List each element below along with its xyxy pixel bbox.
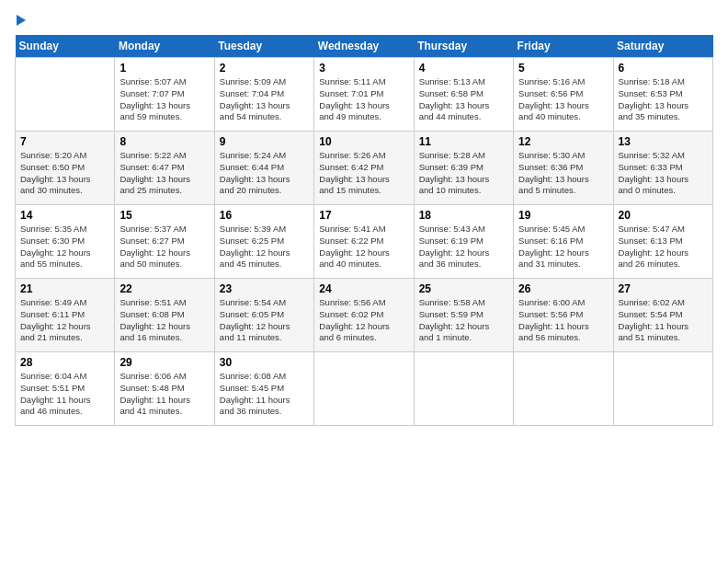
day-info: Sunrise: 5:20 AMSunset: 6:50 PMDaylight:… — [20, 150, 109, 197]
calendar-cell: 25Sunrise: 5:58 AMSunset: 5:59 PMDayligh… — [414, 279, 513, 352]
day-number: 26 — [518, 282, 608, 295]
day-number: 29 — [119, 356, 209, 369]
day-number: 9 — [220, 135, 309, 148]
calendar-week-row: 28Sunrise: 6:04 AMSunset: 5:51 PMDayligh… — [16, 352, 713, 426]
logo — [15, 15, 26, 26]
calendar-cell: 27Sunrise: 6:02 AMSunset: 5:54 PMDayligh… — [613, 279, 712, 352]
calendar-cell: 18Sunrise: 5:43 AMSunset: 6:19 PMDayligh… — [414, 205, 513, 279]
calendar-cell: 10Sunrise: 5:26 AMSunset: 6:42 PMDayligh… — [314, 132, 414, 205]
day-info: Sunrise: 5:13 AMSunset: 6:58 PMDaylight:… — [419, 76, 508, 123]
day-number: 22 — [119, 282, 209, 295]
day-info: Sunrise: 5:58 AMSunset: 5:59 PMDaylight:… — [419, 297, 508, 344]
day-number: 28 — [20, 356, 109, 369]
day-info: Sunrise: 6:06 AMSunset: 5:48 PMDaylight:… — [119, 371, 209, 418]
day-info: Sunrise: 5:16 AMSunset: 6:56 PMDaylight:… — [518, 76, 608, 123]
calendar-cell: 21Sunrise: 5:49 AMSunset: 6:11 PMDayligh… — [16, 279, 115, 352]
logo-arrow-icon — [17, 15, 26, 26]
day-info: Sunrise: 5:37 AMSunset: 6:27 PMDaylight:… — [119, 224, 209, 270]
calendar-cell — [514, 352, 613, 426]
day-number: 6 — [619, 62, 708, 75]
header — [15, 15, 713, 26]
calendar-week-row: 21Sunrise: 5:49 AMSunset: 6:11 PMDayligh… — [16, 279, 713, 352]
day-info: Sunrise: 6:04 AMSunset: 5:51 PMDaylight:… — [20, 371, 109, 418]
day-number: 7 — [20, 135, 109, 148]
calendar-cell: 30Sunrise: 6:08 AMSunset: 5:45 PMDayligh… — [214, 352, 313, 426]
calendar-cell: 7Sunrise: 5:20 AMSunset: 6:50 PMDaylight… — [16, 132, 115, 205]
day-number: 10 — [319, 135, 408, 148]
day-number: 15 — [119, 209, 209, 222]
calendar-cell: 20Sunrise: 5:47 AMSunset: 6:13 PMDayligh… — [613, 205, 712, 279]
day-info: Sunrise: 5:49 AMSunset: 6:11 PMDaylight:… — [20, 297, 109, 344]
day-number: 13 — [619, 135, 708, 148]
calendar-cell: 11Sunrise: 5:28 AMSunset: 6:39 PMDayligh… — [414, 132, 513, 205]
day-number: 18 — [419, 209, 508, 222]
calendar-cell — [314, 352, 414, 426]
calendar-week-row: 1Sunrise: 5:07 AMSunset: 7:07 PMDaylight… — [16, 58, 713, 132]
day-info: Sunrise: 5:35 AMSunset: 6:30 PMDaylight:… — [20, 224, 109, 270]
calendar-cell: 3Sunrise: 5:11 AMSunset: 7:01 PMDaylight… — [314, 58, 414, 132]
calendar-cell: 9Sunrise: 5:24 AMSunset: 6:44 PMDaylight… — [214, 132, 313, 205]
day-number: 16 — [220, 209, 309, 222]
calendar-cell — [414, 352, 513, 426]
day-number: 3 — [319, 62, 408, 75]
day-info: Sunrise: 5:56 AMSunset: 6:02 PMDaylight:… — [319, 297, 408, 344]
day-info: Sunrise: 5:47 AMSunset: 6:13 PMDaylight:… — [619, 224, 708, 270]
day-info: Sunrise: 6:08 AMSunset: 5:45 PMDaylight:… — [220, 371, 309, 418]
day-number: 25 — [419, 282, 508, 295]
weekday-header-tuesday: Tuesday — [214, 35, 313, 58]
calendar-cell: 13Sunrise: 5:32 AMSunset: 6:33 PMDayligh… — [613, 132, 712, 205]
day-number: 14 — [20, 209, 109, 222]
calendar-cell: 6Sunrise: 5:18 AMSunset: 6:53 PMDaylight… — [613, 58, 712, 132]
day-info: Sunrise: 5:43 AMSunset: 6:19 PMDaylight:… — [419, 224, 508, 270]
day-number: 1 — [119, 62, 209, 75]
day-info: Sunrise: 5:45 AMSunset: 6:16 PMDaylight:… — [518, 224, 608, 270]
day-number: 12 — [518, 135, 608, 148]
day-info: Sunrise: 5:11 AMSunset: 7:01 PMDaylight:… — [319, 76, 408, 123]
calendar-cell: 14Sunrise: 5:35 AMSunset: 6:30 PMDayligh… — [16, 205, 115, 279]
weekday-header-friday: Friday — [514, 35, 613, 58]
calendar-cell: 22Sunrise: 5:51 AMSunset: 6:08 PMDayligh… — [115, 279, 214, 352]
logo-text — [15, 15, 26, 26]
day-number: 11 — [419, 135, 508, 148]
weekday-header-wednesday: Wednesday — [314, 35, 414, 58]
calendar-cell: 24Sunrise: 5:56 AMSunset: 6:02 PMDayligh… — [314, 279, 414, 352]
day-info: Sunrise: 5:54 AMSunset: 6:05 PMDaylight:… — [220, 297, 309, 344]
day-info: Sunrise: 5:30 AMSunset: 6:36 PMDaylight:… — [518, 150, 608, 197]
calendar-cell: 4Sunrise: 5:13 AMSunset: 6:58 PMDaylight… — [414, 58, 513, 132]
day-number: 24 — [319, 282, 408, 295]
calendar-cell: 16Sunrise: 5:39 AMSunset: 6:25 PMDayligh… — [214, 205, 313, 279]
day-info: Sunrise: 5:41 AMSunset: 6:22 PMDaylight:… — [319, 224, 408, 270]
day-number: 19 — [518, 209, 608, 222]
day-number: 17 — [319, 209, 408, 222]
day-number: 2 — [220, 62, 309, 75]
day-info: Sunrise: 5:39 AMSunset: 6:25 PMDaylight:… — [220, 224, 309, 270]
calendar-cell: 8Sunrise: 5:22 AMSunset: 6:47 PMDaylight… — [115, 132, 214, 205]
day-info: Sunrise: 5:28 AMSunset: 6:39 PMDaylight:… — [419, 150, 508, 197]
calendar-cell: 1Sunrise: 5:07 AMSunset: 7:07 PMDaylight… — [115, 58, 214, 132]
day-info: Sunrise: 5:24 AMSunset: 6:44 PMDaylight:… — [220, 150, 309, 197]
weekday-header-row: SundayMondayTuesdayWednesdayThursdayFrid… — [16, 35, 713, 58]
day-number: 20 — [619, 209, 708, 222]
calendar-cell: 5Sunrise: 5:16 AMSunset: 6:56 PMDaylight… — [514, 58, 613, 132]
page: SundayMondayTuesdayWednesdayThursdayFrid… — [0, 0, 728, 563]
calendar-cell: 12Sunrise: 5:30 AMSunset: 6:36 PMDayligh… — [514, 132, 613, 205]
calendar-cell: 15Sunrise: 5:37 AMSunset: 6:27 PMDayligh… — [115, 205, 214, 279]
day-info: Sunrise: 5:22 AMSunset: 6:47 PMDaylight:… — [119, 150, 209, 197]
day-info: Sunrise: 5:09 AMSunset: 7:04 PMDaylight:… — [220, 76, 309, 123]
day-info: Sunrise: 5:26 AMSunset: 6:42 PMDaylight:… — [319, 150, 408, 197]
weekday-header-monday: Monday — [115, 35, 214, 58]
calendar-cell: 19Sunrise: 5:45 AMSunset: 6:16 PMDayligh… — [514, 205, 613, 279]
weekday-header-saturday: Saturday — [613, 35, 712, 58]
calendar-cell — [16, 58, 115, 132]
day-number: 27 — [619, 282, 708, 295]
day-info: Sunrise: 5:32 AMSunset: 6:33 PMDaylight:… — [619, 150, 708, 197]
calendar-cell: 2Sunrise: 5:09 AMSunset: 7:04 PMDaylight… — [214, 58, 313, 132]
weekday-header-sunday: Sunday — [16, 35, 115, 58]
calendar-week-row: 7Sunrise: 5:20 AMSunset: 6:50 PMDaylight… — [16, 132, 713, 205]
calendar: SundayMondayTuesdayWednesdayThursdayFrid… — [15, 35, 713, 426]
weekday-header-thursday: Thursday — [414, 35, 513, 58]
calendar-cell: 29Sunrise: 6:06 AMSunset: 5:48 PMDayligh… — [115, 352, 214, 426]
day-info: Sunrise: 5:18 AMSunset: 6:53 PMDaylight:… — [619, 76, 708, 123]
calendar-cell: 28Sunrise: 6:04 AMSunset: 5:51 PMDayligh… — [16, 352, 115, 426]
day-info: Sunrise: 6:00 AMSunset: 5:56 PMDaylight:… — [518, 297, 608, 344]
